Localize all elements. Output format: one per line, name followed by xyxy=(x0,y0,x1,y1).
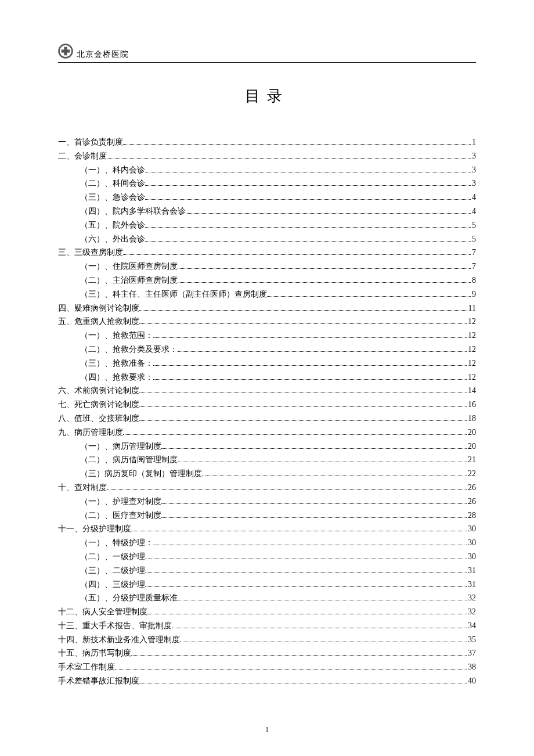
toc-leader-dots xyxy=(145,241,471,242)
toc-leader-dots xyxy=(161,517,467,518)
hospital-cross-icon xyxy=(58,44,73,59)
toc-entry-label: 八、值班、交接班制度 xyxy=(58,412,139,426)
toc-entry[interactable]: （二）、主治医师查房制度8 xyxy=(58,273,476,287)
toc-entry[interactable]: （三）、科主任、主任医师（副主任医师）查房制度9 xyxy=(58,287,476,301)
table-of-contents: 一、首诊负责制度1二、会诊制度3（一）、科内会诊3（二）、科间会诊3（三）、急诊… xyxy=(58,135,476,688)
toc-entry-label: （六）、外出会诊 xyxy=(80,232,145,246)
toc-entry[interactable]: （二）、病历借阅管理制度21 xyxy=(58,453,476,467)
toc-entry[interactable]: （一）、护理查对制度26 xyxy=(58,495,476,509)
toc-entry-label: 二、会诊制度 xyxy=(58,149,107,163)
toc-entry-label: 手术差错事故汇报制度 xyxy=(58,674,139,688)
toc-leader-dots xyxy=(107,158,471,159)
toc-entry[interactable]: （三）、二级护理31 xyxy=(58,564,476,578)
toc-leader-dots xyxy=(145,586,467,587)
toc-entry[interactable]: 四、疑难病例讨论制度11 xyxy=(58,301,476,315)
toc-leader-dots xyxy=(139,420,467,421)
toc-entry-label: （三）、急诊会诊 xyxy=(80,190,145,204)
toc-entry-label: （三）、二级护理 xyxy=(80,564,145,578)
toc-entry-page: 4 xyxy=(472,190,476,204)
toc-entry[interactable]: （五）、分级护理质量标准32 xyxy=(58,591,476,605)
toc-entry-page: 12 xyxy=(468,315,476,329)
page-title: 目录 xyxy=(58,86,476,106)
toc-entry-page: 8 xyxy=(472,273,476,287)
toc-entry[interactable]: 五、危重病人抢救制度12 xyxy=(58,315,476,329)
toc-entry[interactable]: （四）、三级护理31 xyxy=(58,578,476,592)
toc-entry[interactable]: （一）、住院医师查房制度7 xyxy=(58,260,476,273)
toc-leader-dots xyxy=(147,614,467,614)
toc-entry-label: 十三、重大手术报告、审批制度 xyxy=(58,619,172,633)
toc-entry[interactable]: 十一、分级护理制度30 xyxy=(58,522,476,536)
toc-entry-label: （五）、分级护理质量标准 xyxy=(80,591,178,605)
toc-entry[interactable]: （二）、科间会诊3 xyxy=(58,177,476,190)
toc-leader-dots xyxy=(202,476,467,476)
toc-entry[interactable]: 七、死亡病例讨论制度16 xyxy=(58,398,476,412)
toc-entry-label: （一）、科内会诊 xyxy=(80,163,145,177)
toc-entry[interactable]: （一）、科内会诊3 xyxy=(58,163,476,177)
toc-entry[interactable]: （三）、抢救准备：12 xyxy=(58,357,476,370)
toc-entry-label: （二）、主治医师查房制度 xyxy=(80,273,178,287)
toc-entry-label: （二）、抢救分类及要求： xyxy=(80,343,178,357)
header-hospital-name: 北京金桥医院 xyxy=(77,49,129,60)
toc-leader-dots xyxy=(131,531,467,531)
toc-entry[interactable]: （三）、急诊会诊4 xyxy=(58,190,476,204)
toc-entry-label: （二）、科间会诊 xyxy=(80,177,145,190)
toc-entry-label: （一）、住院医师查房制度 xyxy=(80,260,178,273)
toc-entry[interactable]: （一）、特级护理：30 xyxy=(58,536,476,550)
toc-entry-page: 4 xyxy=(472,204,476,218)
toc-entry[interactable]: 手术室工作制度38 xyxy=(58,660,476,674)
toc-leader-dots xyxy=(139,683,467,683)
toc-entry-label: （一）、抢救范围： xyxy=(80,329,153,343)
toc-entry-page: 9 xyxy=(472,287,476,301)
toc-entry[interactable]: （二）、医疗查对制度28 xyxy=(58,509,476,523)
svg-rect-2 xyxy=(62,49,70,52)
toc-entry-label: 三、三级查房制度 xyxy=(58,246,123,260)
toc-leader-dots xyxy=(123,144,471,145)
toc-entry[interactable]: 三、三级查房制度7 xyxy=(58,246,476,260)
toc-leader-dots xyxy=(178,462,467,462)
toc-entry-page: 32 xyxy=(468,605,476,619)
toc-entry-label: （二）、病历借阅管理制度 xyxy=(80,453,178,467)
toc-entry[interactable]: （一）、病历管理制度20 xyxy=(58,440,476,453)
toc-leader-dots xyxy=(145,172,471,172)
toc-leader-dots xyxy=(139,310,467,311)
toc-entry[interactable]: 十三、重大手术报告、审批制度34 xyxy=(58,619,476,633)
toc-entry-page: 34 xyxy=(468,619,476,633)
toc-leader-dots xyxy=(139,393,467,393)
toc-entry[interactable]: （一）、抢救范围：12 xyxy=(58,329,476,343)
toc-leader-dots xyxy=(161,448,467,449)
toc-entry[interactable]: 六、术前病例讨论制度14 xyxy=(58,384,476,398)
toc-leader-dots xyxy=(115,669,467,669)
toc-leader-dots xyxy=(131,655,467,656)
toc-entry[interactable]: 一、首诊负责制度1 xyxy=(58,135,476,149)
document-page: 北京金桥医院 目录 一、首诊负责制度1二、会诊制度3（一）、科内会诊3（二）、科… xyxy=(0,0,534,756)
toc-entry[interactable]: （四）、抢救要求：12 xyxy=(58,370,476,384)
toc-leader-dots xyxy=(123,434,467,435)
toc-entry[interactable]: 十四、新技术新业务准入管理制度35 xyxy=(58,633,476,647)
toc-entry-page: 5 xyxy=(472,232,476,246)
toc-entry[interactable]: 十、查对制度26 xyxy=(58,481,476,495)
toc-entry[interactable]: （六）、外出会诊5 xyxy=(58,232,476,246)
toc-entry[interactable]: （四）、院内多学科联合会诊4 xyxy=(58,204,476,218)
toc-entry[interactable]: 九、病历管理制度20 xyxy=(58,426,476,440)
toc-entry-label: 十五、病历书写制度 xyxy=(58,646,131,660)
toc-entry-page: 3 xyxy=(472,163,476,177)
toc-entry[interactable]: （二）、抢救分类及要求：12 xyxy=(58,343,476,357)
toc-entry[interactable]: 八、值班、交接班制度18 xyxy=(58,412,476,426)
toc-entry[interactable]: 二、会诊制度3 xyxy=(58,149,476,163)
toc-entry-label: （三）、抢救准备： xyxy=(80,357,153,370)
toc-entry[interactable]: （五）、院外会诊5 xyxy=(58,218,476,232)
toc-leader-dots xyxy=(178,600,467,600)
toc-entry[interactable]: 十五、病历书写制度37 xyxy=(58,646,476,660)
toc-entry[interactable]: （三）病历复印（复制）管理制度22 xyxy=(58,467,476,481)
toc-leader-dots xyxy=(153,365,467,366)
toc-entry-page: 30 xyxy=(468,536,476,550)
toc-entry-label: （二）、医疗查对制度 xyxy=(80,509,161,523)
toc-entry[interactable]: 十二、病人安全管理制度32 xyxy=(58,605,476,619)
toc-leader-dots xyxy=(178,268,471,269)
toc-entry[interactable]: （二）、一级护理30 xyxy=(58,550,476,564)
toc-entry-page: 31 xyxy=(468,578,476,592)
toc-entry-label: （五）、院外会诊 xyxy=(80,218,145,232)
toc-leader-dots xyxy=(145,185,471,186)
toc-entry[interactable]: 手术差错事故汇报制度40 xyxy=(58,674,476,688)
toc-entry-label: 五、危重病人抢救制度 xyxy=(58,315,139,329)
